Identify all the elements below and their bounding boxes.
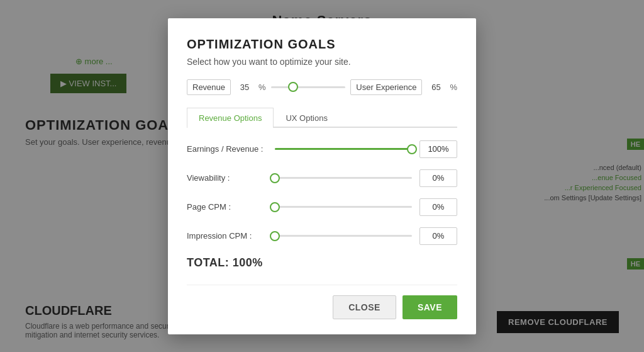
page-cpm-value[interactable]: 0%	[419, 198, 457, 216]
option-row-viewability: Viewability : 0%	[187, 169, 457, 187]
revenue-percent: %	[258, 82, 266, 92]
optimization-goals-modal: OPTIMIZATION GOALS Select how you want t…	[168, 18, 476, 334]
balance-track	[271, 86, 346, 88]
impression-cpm-slider[interactable]	[275, 230, 412, 242]
option-row-page-cpm: Page CPM : 0%	[187, 198, 457, 216]
viewability-track	[275, 177, 412, 179]
balance-thumb[interactable]	[288, 82, 298, 92]
earnings-value[interactable]: 100%	[419, 140, 457, 158]
balance-row: Revenue 35 % User Experience 65 %	[187, 79, 457, 95]
modal-overlay: OPTIMIZATION GOALS Select how you want t…	[0, 0, 644, 352]
impression-cpm-track	[275, 235, 412, 237]
revenue-options-section: Earnings / Revenue : 100% Viewability :	[187, 140, 457, 245]
options-tabs: Revenue Options UX Options	[187, 108, 457, 128]
modal-subtitle: Select how you want to optimize your sit…	[187, 57, 457, 67]
close-button[interactable]: CLOSE	[333, 295, 396, 319]
earnings-fill	[275, 148, 412, 150]
ux-value: 65	[427, 82, 445, 92]
tab-revenue-options[interactable]: Revenue Options	[187, 108, 274, 128]
earnings-slider[interactable]	[275, 143, 412, 156]
modal-title: OPTIMIZATION GOALS	[187, 37, 457, 52]
impression-cpm-thumb[interactable]	[270, 231, 280, 241]
page-cpm-slider[interactable]	[275, 201, 412, 213]
page-cpm-track	[275, 206, 412, 208]
modal-footer: CLOSE SAVE	[187, 285, 457, 319]
tab-ux-options[interactable]: UX Options	[274, 108, 339, 128]
viewability-label: Viewability :	[187, 173, 275, 183]
option-row-earnings: Earnings / Revenue : 100%	[187, 140, 457, 158]
balance-slider[interactable]	[271, 81, 346, 93]
page-cpm-label: Page CPM :	[187, 202, 275, 212]
viewability-slider[interactable]	[275, 172, 412, 185]
ux-label: User Experience	[350, 79, 422, 95]
ux-percent: %	[450, 82, 457, 92]
earnings-thumb[interactable]	[407, 144, 417, 154]
option-row-impression-cpm: Impression CPM : 0%	[187, 227, 457, 245]
revenue-label: Revenue	[187, 79, 231, 95]
earnings-label: Earnings / Revenue :	[187, 144, 275, 154]
impression-cpm-value[interactable]: 0%	[419, 227, 457, 245]
total-row: TOTAL: 100%	[187, 256, 457, 270]
viewability-thumb[interactable]	[270, 173, 280, 183]
earnings-track	[275, 148, 412, 150]
page-cpm-thumb[interactable]	[270, 202, 280, 212]
viewability-value[interactable]: 0%	[419, 169, 457, 187]
impression-cpm-label: Impression CPM :	[187, 231, 275, 241]
save-button[interactable]: SAVE	[402, 295, 457, 319]
revenue-value: 35	[236, 82, 253, 92]
